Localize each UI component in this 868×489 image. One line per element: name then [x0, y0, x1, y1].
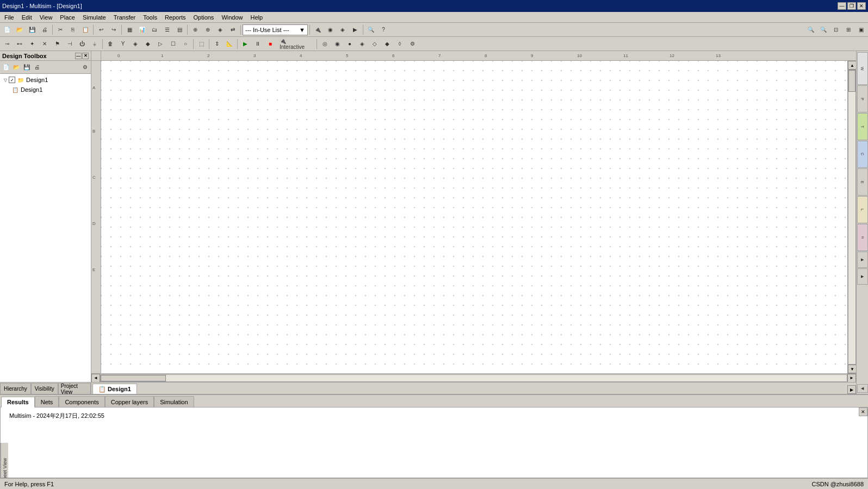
scroll-left-btn[interactable]: ◄: [91, 374, 100, 383]
menu-item-window[interactable]: Window: [218, 12, 246, 22]
menu-item-options[interactable]: Options: [190, 12, 217, 22]
forward-btn[interactable]: ▶: [349, 24, 361, 36]
buspin-btn[interactable]: ⊣: [64, 38, 76, 50]
rp-btn-8[interactable]: ▶: [857, 252, 868, 268]
layer-btn[interactable]: ☰: [161, 24, 173, 36]
print-button[interactable]: 🖨: [39, 24, 51, 36]
rp-btn-4[interactable]: C: [857, 141, 868, 168]
paste-button[interactable]: 📋: [79, 24, 91, 36]
rp-btn-1[interactable]: W: [857, 52, 868, 85]
delete-btn[interactable]: 🗑: [104, 38, 116, 50]
wire-btn[interactable]: ⊸: [1, 38, 13, 50]
rp-btn-10[interactable]: ◀: [857, 384, 868, 393]
nets-tab[interactable]: Nets: [35, 396, 59, 407]
component-view-btn[interactable]: ▦: [123, 24, 135, 36]
menu-item-transfer[interactable]: Transfer: [110, 12, 139, 22]
run-btn[interactable]: ▶: [239, 38, 251, 50]
new-button[interactable]: 📄: [1, 24, 13, 36]
toolbox-settings-btn[interactable]: ⚙: [80, 62, 90, 72]
scroll-down-btn[interactable]: ▼: [848, 365, 856, 373]
transfer-btn[interactable]: ⇄: [227, 24, 239, 36]
rp-btn-5[interactable]: E: [857, 168, 868, 196]
redo-button[interactable]: ↪: [108, 24, 120, 36]
in-use-list-dropdown[interactable]: --- In-Use List --- ▼: [243, 24, 308, 35]
tree-item-design1-root[interactable]: ▽ ✓ 📁 Design1: [1, 75, 90, 85]
toolbox-save-btn[interactable]: 💾: [22, 62, 32, 72]
hierarchy-tab[interactable]: Hierarchy: [0, 383, 31, 394]
menu-item-simulate[interactable]: Simulate: [79, 12, 109, 22]
menu-item-reports[interactable]: Reports: [162, 12, 189, 22]
misc-btn6[interactable]: ○: [179, 38, 191, 50]
misc-btn5[interactable]: ☐: [167, 38, 179, 50]
scroll-right-btn[interactable]: ►: [847, 374, 856, 383]
rp-btn-9[interactable]: ▶: [857, 268, 868, 285]
scroll-thumb-right[interactable]: [848, 70, 855, 92]
canvas-grid[interactable]: [101, 61, 847, 373]
misc-btn3[interactable]: ◆: [142, 38, 154, 50]
sim4-btn[interactable]: ◈: [356, 38, 368, 50]
misc-btn1[interactable]: Y: [117, 38, 129, 50]
toolbox-minimize-btn[interactable]: —: [75, 53, 82, 59]
menu-item-help[interactable]: Help: [247, 12, 266, 22]
copy-button[interactable]: ⎘: [67, 24, 79, 36]
noconnect-btn[interactable]: ✕: [39, 38, 51, 50]
sim5-btn[interactable]: ◇: [369, 38, 381, 50]
in-use-btn[interactable]: ◈: [337, 24, 349, 36]
spreadsheet-btn[interactable]: 📊: [136, 24, 148, 36]
board-btn[interactable]: ▤: [173, 24, 185, 36]
component-db-btn[interactable]: 🔌: [312, 24, 324, 36]
zoom-out-btn[interactable]: 🔍: [817, 24, 829, 36]
bottom-panel-close-btn[interactable]: ✕: [859, 408, 867, 416]
project-view-tab[interactable]: Project View: [58, 383, 91, 394]
sim7-btn[interactable]: ◊: [394, 38, 406, 50]
scroll-track-bottom[interactable]: [100, 374, 847, 382]
zoom-region-btn[interactable]: ⊞: [842, 24, 854, 36]
virtual-comp-btn[interactable]: ◉: [324, 24, 336, 36]
sim3-btn[interactable]: ●: [344, 38, 356, 50]
zoom-sheet-btn[interactable]: ▣: [855, 24, 867, 36]
power-btn[interactable]: ⏻: [76, 38, 88, 50]
menu-item-view[interactable]: View: [36, 12, 56, 22]
align-btn[interactable]: ⇕: [211, 38, 223, 50]
rp-btn-3[interactable]: T: [857, 113, 868, 140]
menu-item-edit[interactable]: Edit: [18, 12, 35, 22]
misc-btn4[interactable]: ▷: [154, 38, 166, 50]
minimize-button[interactable]: —: [838, 2, 846, 10]
misc-btn2[interactable]: ◈: [129, 38, 141, 50]
netflag-btn[interactable]: ⚑: [51, 38, 63, 50]
undo-button[interactable]: ↩: [95, 24, 107, 36]
cross-probe-btn[interactable]: ⊕: [189, 24, 201, 36]
components-tab[interactable]: Components: [59, 396, 104, 407]
bus-btn[interactable]: ⊷: [14, 38, 26, 50]
toolbox-close-btn[interactable]: ✕: [82, 53, 89, 59]
cross-probe2-btn[interactable]: ⊕: [202, 24, 214, 36]
open-button[interactable]: 📂: [14, 24, 26, 36]
search-btn[interactable]: 🔍: [365, 24, 377, 36]
restore-button[interactable]: ❐: [847, 2, 856, 10]
close-button[interactable]: ✕: [857, 2, 866, 10]
design1-tab[interactable]: 📋 Design1: [92, 384, 137, 394]
menu-item-place[interactable]: Place: [57, 12, 78, 22]
ground-btn[interactable]: ⏚: [89, 38, 101, 50]
toolbox-open-btn[interactable]: 📂: [11, 62, 21, 72]
prop-btn[interactable]: ⬚: [195, 38, 207, 50]
scroll-track-right[interactable]: [848, 70, 856, 365]
toolbox-new-btn[interactable]: 📄: [1, 62, 11, 72]
menu-item-file[interactable]: File: [1, 12, 17, 22]
sim1-btn[interactable]: ◎: [319, 38, 331, 50]
tree-checkbox-design1[interactable]: ✓: [9, 77, 15, 83]
help-btn[interactable]: ?: [377, 24, 389, 36]
zoom-in-btn[interactable]: 🔍: [805, 24, 817, 36]
results-tab[interactable]: Results: [1, 397, 35, 408]
save-button[interactable]: 💾: [26, 24, 38, 36]
sim8-btn[interactable]: ⚙: [406, 38, 418, 50]
sim6-btn[interactable]: ◆: [381, 38, 393, 50]
simulation-tab[interactable]: Simulation: [154, 396, 194, 407]
cut-button[interactable]: ✂: [54, 24, 66, 36]
interactive-btn[interactable]: 🔌 Interactive: [277, 38, 315, 50]
sim2-btn[interactable]: ◉: [331, 38, 343, 50]
copper-layers-tab[interactable]: Copper layers: [105, 396, 154, 407]
visibility-tab[interactable]: Visibility: [31, 383, 58, 394]
scroll-thumb-bottom[interactable]: [101, 375, 166, 381]
rp-btn-2[interactable]: P: [857, 85, 868, 112]
